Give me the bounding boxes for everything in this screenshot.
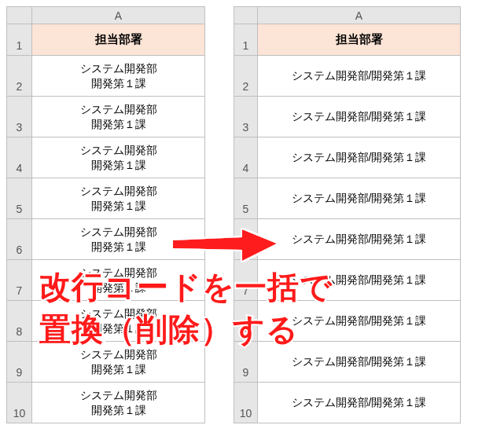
table-row: 6 システム開発部 開発第１課 <box>7 219 205 260</box>
header-cell[interactable]: 担当部署 <box>258 24 461 56</box>
data-cell[interactable]: システム開発部 開発第１課 <box>32 178 205 219</box>
row-header[interactable]: 2 <box>7 56 32 97</box>
table-row: 5 システム開発部 開発第１課 <box>7 178 205 219</box>
data-cell[interactable]: システム開発部 開発第１課 <box>32 301 205 342</box>
column-header-row: A <box>234 7 461 24</box>
row-header[interactable]: 7 <box>234 260 258 301</box>
tables-container: A 1 担当部署 2 システム開発部 開発第１課 3 システム開発部 開発第１課… <box>0 0 504 430</box>
row-header[interactable]: 6 <box>234 219 258 260</box>
spreadsheet-before: A 1 担当部署 2 システム開発部 開発第１課 3 システム開発部 開発第１課… <box>6 6 205 423</box>
row-header[interactable]: 4 <box>7 137 32 178</box>
data-cell[interactable]: システム開発部/開発第１課 <box>258 301 461 342</box>
table-row: 7 システム開発部 開発第１課 <box>7 260 205 301</box>
table-row: 1 担当部署 <box>234 24 461 56</box>
data-cell[interactable]: システム開発部 開発第１課 <box>32 383 205 423</box>
data-cell[interactable]: システム開発部 開発第１課 <box>32 342 205 383</box>
row-header[interactable]: 9 <box>234 342 258 383</box>
table-row: 1 担当部署 <box>7 24 205 56</box>
table-row: 9 システム開発部/開発第１課 <box>234 342 461 383</box>
data-cell[interactable]: システム開発部/開発第１課 <box>258 260 461 301</box>
row-header[interactable]: 1 <box>234 24 258 56</box>
row-header[interactable]: 2 <box>234 56 258 97</box>
table-row: 6 システム開発部/開発第１課 <box>234 219 461 260</box>
table-row: 2 システム開発部 開発第１課 <box>7 56 205 97</box>
row-header[interactable]: 3 <box>234 97 258 137</box>
table-row: 3 システム開発部 開発第１課 <box>7 97 205 137</box>
select-all-corner[interactable] <box>7 7 32 24</box>
row-header[interactable]: 7 <box>7 260 32 301</box>
data-cell[interactable]: システム開発部 開発第１課 <box>32 97 205 137</box>
data-cell[interactable]: システム開発部/開発第１課 <box>258 97 461 137</box>
row-header[interactable]: 9 <box>7 342 32 383</box>
table-row: 5 システム開発部/開発第１課 <box>234 178 461 219</box>
row-header[interactable]: 4 <box>234 137 258 178</box>
select-all-corner[interactable] <box>234 7 258 24</box>
table-row: 10 システム開発部/開発第１課 <box>234 383 461 423</box>
data-cell[interactable]: システム開発部 開発第１課 <box>32 260 205 301</box>
data-cell[interactable]: システム開発部 開発第１課 <box>32 137 205 178</box>
table-row: 7 システム開発部/開発第１課 <box>234 260 461 301</box>
spreadsheet-after: A 1 担当部署 2 システム開発部/開発第１課 3 システム開発部/開発第１課… <box>234 6 461 423</box>
column-header-row: A <box>7 7 205 24</box>
data-cell[interactable]: システム開発部/開発第１課 <box>258 383 461 423</box>
column-header-A[interactable]: A <box>32 7 205 24</box>
row-header[interactable]: 6 <box>7 219 32 260</box>
table-row: 4 システム開発部/開発第１課 <box>234 137 461 178</box>
data-cell[interactable]: システム開発部 開発第１課 <box>32 219 205 260</box>
row-header[interactable]: 10 <box>7 383 32 423</box>
data-cell[interactable]: システム開発部/開発第１課 <box>258 219 461 260</box>
table-row: 9 システム開発部 開発第１課 <box>7 342 205 383</box>
table-row: 2 システム開発部/開発第１課 <box>234 56 461 97</box>
data-cell[interactable]: システム開発部/開発第１課 <box>258 56 461 97</box>
table-row: 3 システム開発部/開発第１課 <box>234 97 461 137</box>
row-header[interactable]: 10 <box>234 383 258 423</box>
row-header[interactable]: 5 <box>234 178 258 219</box>
table-row: 10 システム開発部 開発第１課 <box>7 383 205 423</box>
row-header[interactable]: 5 <box>7 178 32 219</box>
row-header[interactable]: 1 <box>7 24 32 56</box>
data-cell[interactable]: システム開発部/開発第１課 <box>258 342 461 383</box>
column-header-A[interactable]: A <box>258 7 461 24</box>
table-row: 4 システム開発部 開発第１課 <box>7 137 205 178</box>
header-cell[interactable]: 担当部署 <box>32 24 205 56</box>
table-row: 8 システム開発部/開発第１課 <box>234 301 461 342</box>
row-header[interactable]: 8 <box>234 301 258 342</box>
data-cell[interactable]: システム開発部 開発第１課 <box>32 56 205 97</box>
row-header[interactable]: 3 <box>7 97 32 137</box>
data-cell[interactable]: システム開発部/開発第１課 <box>258 178 461 219</box>
table-row: 8 システム開発部 開発第１課 <box>7 301 205 342</box>
row-header[interactable]: 8 <box>7 301 32 342</box>
data-cell[interactable]: システム開発部/開発第１課 <box>258 137 461 178</box>
